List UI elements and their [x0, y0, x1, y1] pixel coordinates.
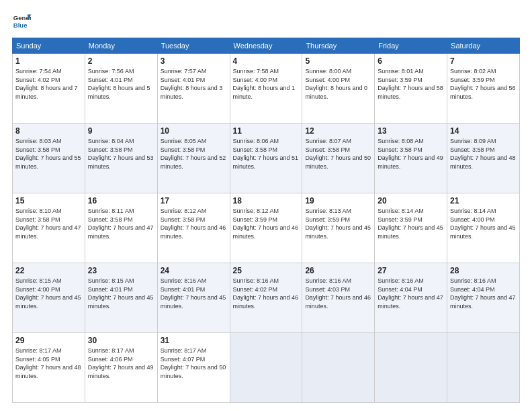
week-row-3: 15 Sunrise: 8:10 AMSunset: 3:58 PMDaylig… — [13, 193, 520, 263]
calendar-table: SundayMondayTuesdayWednesdayThursdayFrid… — [12, 38, 520, 403]
calendar-cell — [375, 333, 447, 403]
day-info: Sunrise: 8:16 AMSunset: 4:02 PMDaylight:… — [233, 277, 299, 310]
calendar-cell: 24 Sunrise: 8:16 AMSunset: 4:01 PMDaylig… — [157, 263, 230, 333]
day-number: 16 — [88, 196, 154, 205]
calendar-cell: 4 Sunrise: 7:58 AMSunset: 4:00 PMDayligh… — [230, 54, 302, 124]
day-number: 13 — [378, 126, 444, 136]
day-number: 15 — [15, 196, 82, 205]
weekday-header-wednesday: Wednesday — [230, 38, 302, 54]
calendar-cell: 3 Sunrise: 7:57 AMSunset: 4:01 PMDayligh… — [157, 54, 230, 124]
calendar-cell: 23 Sunrise: 8:15 AMSunset: 4:01 PMDaylig… — [85, 263, 157, 333]
logo-icon: General Blue — [12, 12, 31, 31]
calendar-cell — [447, 333, 520, 403]
day-info: Sunrise: 8:17 AMSunset: 4:06 PMDaylight:… — [88, 347, 154, 379]
calendar-cell: 16 Sunrise: 8:11 AMSunset: 3:58 PMDaylig… — [85, 193, 157, 263]
day-number: 4 — [233, 56, 300, 66]
day-info: Sunrise: 8:01 AMSunset: 3:59 PMDaylight:… — [378, 68, 443, 100]
day-info: Sunrise: 8:08 AMSunset: 3:58 PMDaylight:… — [378, 138, 443, 170]
calendar-cell: 6 Sunrise: 8:01 AMSunset: 3:59 PMDayligh… — [375, 54, 447, 124]
day-info: Sunrise: 8:16 AMSunset: 4:03 PMDaylight:… — [305, 277, 371, 310]
logo: General Blue — [12, 12, 31, 31]
calendar-cell: 7 Sunrise: 8:02 AMSunset: 3:59 PMDayligh… — [447, 54, 520, 124]
calendar-cell: 18 Sunrise: 8:12 AMSunset: 3:59 PMDaylig… — [230, 193, 302, 263]
weekday-header-saturday: Saturday — [447, 38, 520, 54]
day-number: 22 — [15, 266, 82, 275]
day-number: 20 — [378, 196, 444, 205]
calendar-cell: 17 Sunrise: 8:12 AMSunset: 3:58 PMDaylig… — [157, 193, 230, 263]
calendar-cell: 31 Sunrise: 8:17 AMSunset: 4:07 PMDaylig… — [157, 333, 230, 403]
day-info: Sunrise: 8:17 AMSunset: 4:05 PMDaylight:… — [15, 347, 81, 379]
day-info: Sunrise: 8:12 AMSunset: 3:59 PMDaylight:… — [233, 208, 299, 240]
day-number: 1 — [15, 56, 82, 66]
calendar-cell: 11 Sunrise: 8:06 AMSunset: 3:58 PMDaylig… — [230, 124, 302, 193]
svg-text:Blue: Blue — [13, 21, 28, 29]
day-info: Sunrise: 8:04 AMSunset: 3:58 PMDaylight:… — [88, 138, 154, 170]
day-info: Sunrise: 8:17 AMSunset: 4:07 PMDaylight:… — [161, 347, 226, 379]
day-number: 28 — [450, 266, 517, 275]
day-info: Sunrise: 8:10 AMSunset: 3:58 PMDaylight:… — [15, 208, 81, 240]
day-info: Sunrise: 8:16 AMSunset: 4:01 PMDaylight:… — [161, 277, 226, 310]
day-info: Sunrise: 8:15 AMSunset: 4:01 PMDaylight:… — [88, 277, 154, 310]
day-info: Sunrise: 8:03 AMSunset: 3:58 PMDaylight:… — [15, 138, 81, 170]
weekday-header-sunday: Sunday — [13, 38, 85, 54]
day-number: 11 — [233, 126, 300, 136]
calendar-cell: 13 Sunrise: 8:08 AMSunset: 3:58 PMDaylig… — [375, 124, 447, 193]
calendar-cell: 26 Sunrise: 8:16 AMSunset: 4:03 PMDaylig… — [302, 263, 375, 333]
day-number: 18 — [233, 196, 300, 205]
week-row-4: 22 Sunrise: 8:15 AMSunset: 4:00 PMDaylig… — [13, 263, 520, 333]
day-number: 27 — [378, 266, 444, 275]
day-info: Sunrise: 7:54 AMSunset: 4:02 PMDaylight:… — [15, 68, 78, 100]
weekday-header-monday: Monday — [85, 38, 157, 54]
day-number: 17 — [161, 196, 227, 205]
day-info: Sunrise: 7:56 AMSunset: 4:01 PMDaylight:… — [88, 68, 150, 100]
calendar-cell: 30 Sunrise: 8:17 AMSunset: 4:06 PMDaylig… — [85, 333, 157, 403]
day-number: 30 — [88, 336, 154, 345]
calendar-cell: 22 Sunrise: 8:15 AMSunset: 4:00 PMDaylig… — [13, 263, 85, 333]
calendar-cell: 21 Sunrise: 8:14 AMSunset: 4:00 PMDaylig… — [447, 193, 520, 263]
day-number: 3 — [161, 56, 227, 66]
day-number: 31 — [161, 336, 227, 345]
day-number: 10 — [161, 126, 227, 136]
week-row-1: 1 Sunrise: 7:54 AMSunset: 4:02 PMDayligh… — [13, 54, 520, 124]
day-info: Sunrise: 8:11 AMSunset: 3:58 PMDaylight:… — [88, 208, 154, 240]
day-number: 8 — [15, 126, 82, 136]
day-info: Sunrise: 8:05 AMSunset: 3:58 PMDaylight:… — [161, 138, 226, 170]
calendar-cell: 12 Sunrise: 8:07 AMSunset: 3:58 PMDaylig… — [302, 124, 375, 193]
calendar-cell — [230, 333, 302, 403]
calendar-cell: 20 Sunrise: 8:14 AMSunset: 3:59 PMDaylig… — [375, 193, 447, 263]
weekday-header-friday: Friday — [375, 38, 447, 54]
calendar-cell: 28 Sunrise: 8:16 AMSunset: 4:04 PMDaylig… — [447, 263, 520, 333]
calendar-cell: 27 Sunrise: 8:16 AMSunset: 4:04 PMDaylig… — [375, 263, 447, 333]
calendar-cell: 29 Sunrise: 8:17 AMSunset: 4:05 PMDaylig… — [13, 333, 85, 403]
day-info: Sunrise: 8:09 AMSunset: 3:58 PMDaylight:… — [450, 138, 516, 170]
day-number: 2 — [88, 56, 154, 66]
weekday-header-row: SundayMondayTuesdayWednesdayThursdayFrid… — [13, 38, 520, 54]
day-number: 5 — [305, 56, 371, 66]
day-info: Sunrise: 7:57 AMSunset: 4:01 PMDaylight:… — [161, 68, 223, 100]
calendar-cell: 8 Sunrise: 8:03 AMSunset: 3:58 PMDayligh… — [13, 124, 85, 193]
day-info: Sunrise: 8:16 AMSunset: 4:04 PMDaylight:… — [378, 277, 443, 310]
day-number: 23 — [88, 266, 154, 275]
weekday-header-tuesday: Tuesday — [157, 38, 230, 54]
day-number: 29 — [15, 336, 82, 345]
calendar-cell: 15 Sunrise: 8:10 AMSunset: 3:58 PMDaylig… — [13, 193, 85, 263]
calendar-cell: 10 Sunrise: 8:05 AMSunset: 3:58 PMDaylig… — [157, 124, 230, 193]
day-number: 25 — [233, 266, 300, 275]
day-info: Sunrise: 8:14 AMSunset: 3:59 PMDaylight:… — [378, 208, 443, 240]
calendar-cell: 14 Sunrise: 8:09 AMSunset: 3:58 PMDaylig… — [447, 124, 520, 193]
day-number: 26 — [305, 266, 371, 275]
day-number: 12 — [305, 126, 371, 136]
day-number: 21 — [450, 196, 517, 205]
day-number: 6 — [378, 56, 444, 66]
day-number: 9 — [88, 126, 154, 136]
calendar-cell: 1 Sunrise: 7:54 AMSunset: 4:02 PMDayligh… — [13, 54, 85, 124]
day-info: Sunrise: 8:14 AMSunset: 4:00 PMDaylight:… — [450, 208, 516, 240]
day-number: 24 — [161, 266, 227, 275]
day-info: Sunrise: 8:06 AMSunset: 3:58 PMDaylight:… — [233, 138, 299, 170]
day-number: 7 — [450, 56, 517, 66]
calendar-cell: 2 Sunrise: 7:56 AMSunset: 4:01 PMDayligh… — [85, 54, 157, 124]
header: General Blue — [12, 12, 520, 31]
week-row-5: 29 Sunrise: 8:17 AMSunset: 4:05 PMDaylig… — [13, 333, 520, 403]
day-info: Sunrise: 7:58 AMSunset: 4:00 PMDaylight:… — [233, 68, 296, 100]
calendar-cell: 5 Sunrise: 8:00 AMSunset: 4:00 PMDayligh… — [302, 54, 375, 124]
